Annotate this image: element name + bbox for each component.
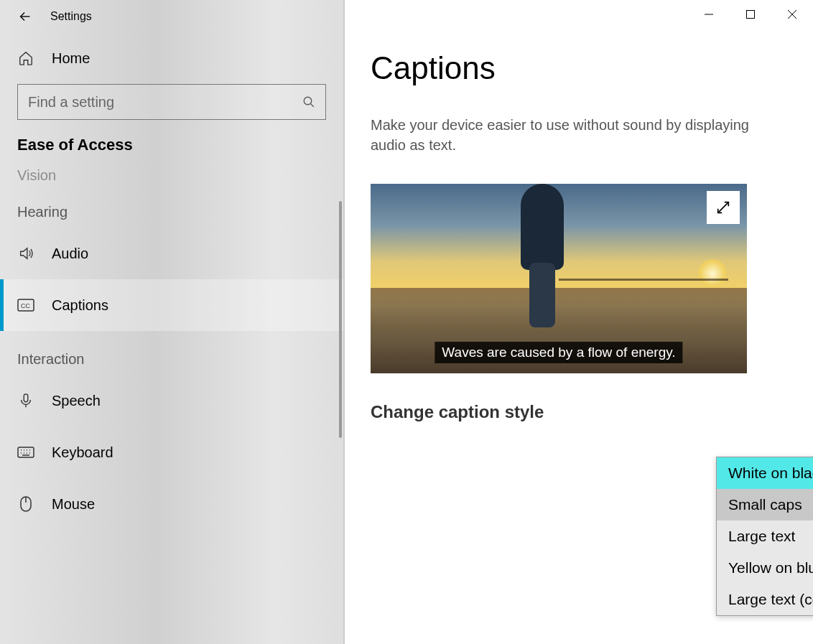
dropdown-option[interactable]: Large text xyxy=(717,521,813,552)
search-icon xyxy=(302,95,315,108)
minimize-button[interactable] xyxy=(688,0,730,29)
svg-point-0 xyxy=(304,97,312,105)
nav-item-label: Captions xyxy=(52,297,108,314)
maximize-button[interactable] xyxy=(730,0,771,29)
caption-style-dropdown[interactable]: White on black Small caps Large text Yel… xyxy=(716,457,813,616)
content: Captions Make your device easier to use … xyxy=(345,0,813,422)
preview-caption-text: Waves are caused by a flow of energy. xyxy=(435,342,682,363)
nav-item-label: Audio xyxy=(52,246,88,262)
nav-section-label: Ease of Access xyxy=(0,136,343,154)
preview-sun xyxy=(698,259,727,288)
svg-rect-6 xyxy=(747,11,755,19)
maximize-icon xyxy=(745,9,756,19)
search-input[interactable] xyxy=(28,94,302,111)
minimize-icon xyxy=(704,9,714,19)
nav-item-keyboard[interactable]: Keyboard xyxy=(0,426,343,478)
nav-group-interaction: Interaction xyxy=(0,351,343,368)
nav-item-label: Speech xyxy=(52,393,101,409)
svg-rect-3 xyxy=(24,394,28,402)
nav-item-speech[interactable]: Speech xyxy=(0,375,343,426)
nav-item-mouse[interactable]: Mouse xyxy=(0,478,343,530)
nav-home[interactable]: Home xyxy=(0,32,343,84)
nav-group-hearing: Hearing xyxy=(0,204,343,220)
nav-item-label: Keyboard xyxy=(52,444,113,461)
back-button[interactable] xyxy=(0,0,50,32)
close-button[interactable] xyxy=(771,0,813,29)
nav-home-label: Home xyxy=(52,50,90,67)
arrow-left-icon xyxy=(17,9,33,24)
mouse-icon xyxy=(17,495,34,513)
sidebar: Settings Home Ease of Access Vision Hear… xyxy=(0,0,345,644)
nav-item-captions[interactable]: CC Captions xyxy=(0,279,343,331)
preview-rail xyxy=(559,279,728,281)
close-icon xyxy=(787,9,797,19)
search-container xyxy=(0,84,343,120)
page-description: Make your device easier to use without s… xyxy=(371,115,773,155)
microphone-icon xyxy=(17,393,34,409)
nav-item-label: Mouse xyxy=(52,496,95,513)
titlebar: Settings xyxy=(0,0,343,32)
cc-icon: CC xyxy=(17,299,34,312)
home-icon xyxy=(17,50,34,66)
expand-preview-button[interactable] xyxy=(707,191,740,224)
svg-text:CC: CC xyxy=(21,302,30,309)
main-panel: Captions Make your device easier to use … xyxy=(345,0,813,644)
svg-rect-4 xyxy=(18,447,34,457)
dropdown-option[interactable]: Large text (copy) xyxy=(717,584,813,615)
speaker-icon xyxy=(17,246,34,261)
preview-person xyxy=(514,184,571,342)
window-controls xyxy=(688,0,813,29)
dropdown-option[interactable]: White on black xyxy=(717,457,813,489)
dropdown-option[interactable]: Yellow on blue xyxy=(717,552,813,584)
caption-preview: Waves are caused by a flow of energy. xyxy=(371,184,747,373)
search-box[interactable] xyxy=(17,84,326,120)
nav-group-vision-truncated: Vision xyxy=(0,167,343,184)
dropdown-option[interactable]: Small caps xyxy=(717,489,813,521)
settings-window: Settings Home Ease of Access Vision Hear… xyxy=(0,0,813,644)
sidebar-scrollbar[interactable] xyxy=(339,201,342,438)
app-title: Settings xyxy=(50,10,92,23)
style-heading: Change caption style xyxy=(371,402,787,422)
nav-scroll-area: Vision Hearing Audio CC Captions Interac… xyxy=(0,167,343,530)
keyboard-icon xyxy=(17,447,34,458)
nav-item-audio[interactable]: Audio xyxy=(0,228,343,279)
page-title: Captions xyxy=(371,50,787,86)
expand-icon xyxy=(715,200,731,215)
